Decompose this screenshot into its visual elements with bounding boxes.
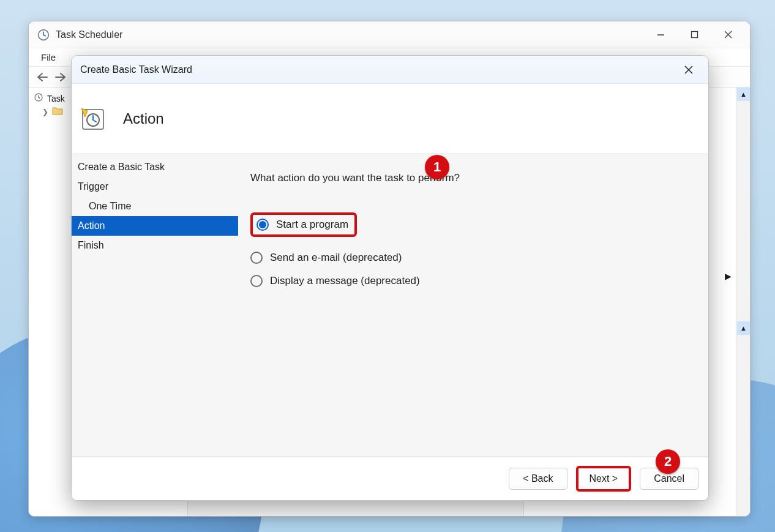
nav-finish[interactable]: Finish xyxy=(72,236,238,255)
back-icon[interactable] xyxy=(34,69,51,85)
scroll-up-icon[interactable]: ▲ xyxy=(737,321,750,335)
chevron-right-icon[interactable]: ▶ xyxy=(725,271,732,281)
window-title: Task Scheduler xyxy=(56,29,122,40)
tree-root-label: Task xyxy=(47,94,65,103)
annotation-badge-1: 1 xyxy=(425,155,449,179)
nav-one-time[interactable]: One Time xyxy=(72,197,238,216)
svg-rect-1 xyxy=(692,32,698,38)
back-button[interactable]: < Back xyxy=(509,468,567,490)
radio-label: Send an e-mail (deprecated) xyxy=(270,252,402,264)
radio-start-a-program[interactable]: Start a program xyxy=(250,212,357,237)
wizard-heading: Action xyxy=(123,110,164,127)
forward-icon[interactable] xyxy=(52,69,69,85)
nav-action[interactable]: Action xyxy=(72,216,238,236)
menu-file[interactable]: File xyxy=(35,52,62,62)
nav-create-basic-task[interactable]: Create a Basic Task xyxy=(72,157,238,177)
maximize-button[interactable] xyxy=(678,23,711,47)
calendar-clock-icon xyxy=(80,106,106,132)
create-basic-task-wizard: Create Basic Task Wizard Action Create a… xyxy=(71,55,709,501)
wizard-title: Create Basic Task Wizard xyxy=(80,64,192,75)
radio-icon xyxy=(256,219,269,231)
radio-label: Display a message (deprecated) xyxy=(270,275,420,287)
next-button[interactable]: Next > xyxy=(576,466,632,492)
wizard-content: What action do you want the task to perf… xyxy=(238,154,708,456)
titlebar[interactable]: Task Scheduler xyxy=(29,21,750,48)
folder-icon xyxy=(52,107,63,117)
wizard-footer: < Back Next > Cancel xyxy=(72,456,708,500)
prompt-text: What action do you want the task to perf… xyxy=(250,172,690,184)
radio-icon xyxy=(250,252,263,264)
radio-icon xyxy=(250,275,263,287)
wizard-nav: Create a Basic Task Trigger One Time Act… xyxy=(72,154,238,456)
radio-display-message[interactable]: Display a message (deprecated) xyxy=(250,275,690,287)
close-button[interactable] xyxy=(674,59,703,81)
wizard-titlebar[interactable]: Create Basic Task Wizard xyxy=(72,56,708,84)
scrollbar[interactable]: ▲ ▲ xyxy=(736,88,750,516)
clock-icon xyxy=(34,92,43,104)
chevron-right-icon: ❯ xyxy=(42,108,48,116)
close-button[interactable] xyxy=(711,23,745,47)
minimize-button[interactable] xyxy=(644,23,678,47)
annotation-badge-2: 2 xyxy=(656,449,680,474)
radio-send-email[interactable]: Send an e-mail (deprecated) xyxy=(250,252,690,264)
scroll-up-icon[interactable]: ▲ xyxy=(737,88,750,101)
radio-label: Start a program xyxy=(276,219,348,231)
nav-trigger[interactable]: Trigger xyxy=(72,177,238,197)
clock-icon xyxy=(37,29,50,41)
wizard-header: Action xyxy=(72,84,708,154)
